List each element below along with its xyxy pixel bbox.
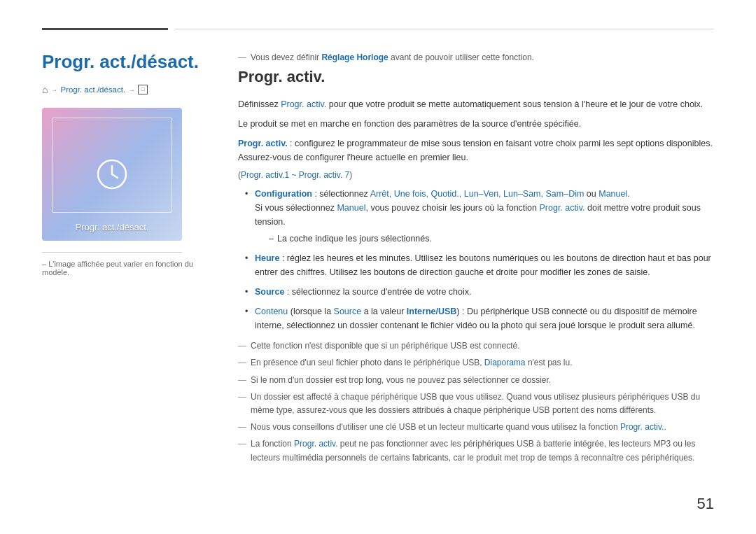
note-multi-usb: — Un dossier est affecté à chaque périph… xyxy=(238,391,714,417)
left-column: Progr. act./désact. ⌂ → Progr. act./désa… xyxy=(42,51,203,506)
top-note-dash: — xyxy=(238,51,246,64)
preview-label: Progr. act./désact. xyxy=(42,222,182,232)
right-column: — Vous devez définir Réglage Horloge ava… xyxy=(238,51,714,506)
progr-activ-highlight-2: Progr. activ. xyxy=(238,139,288,148)
note-photo-text: En présence d'un seul fichier photo dans… xyxy=(251,356,573,370)
sub-bullet-coche: La coche indique les jours sélectionnés. xyxy=(269,232,714,246)
para2: Le produit se met en marche en fonction … xyxy=(238,117,714,131)
progr-activ-ref-function: Progr. activ. xyxy=(294,439,337,449)
note-multi-dash: — xyxy=(238,391,246,404)
note-recommend-text: Nous vous conseillons d'utiliser une clé… xyxy=(251,421,666,434)
preview-image: Progr. act./désact. xyxy=(42,108,182,241)
contenu-label: Contenu xyxy=(255,307,288,316)
config-label: Configuration xyxy=(255,189,312,199)
note-usb-text: Cette fonction n'est disponible que si u… xyxy=(251,339,520,353)
heure-label: Heure xyxy=(255,253,279,263)
breadcrumb: ⌂ → Progr. act./désact. → □ xyxy=(42,84,203,95)
top-note: — Vous devez définir Réglage Horloge ava… xyxy=(238,51,714,64)
progr-activ-ref-recommend: Progr. activ. xyxy=(620,422,664,432)
bullet-contenu: Contenu (lorsque la Source a la valeur I… xyxy=(245,304,714,332)
reglage-horloge-highlight: Réglage Horloge xyxy=(321,52,388,62)
diaporama-highlight: Diaporama xyxy=(484,358,526,367)
bullet-heure: Heure : réglez les heures et les minutes… xyxy=(245,251,714,279)
content-area: Progr. act./désact. ⌂ → Progr. act./désa… xyxy=(42,51,714,506)
sub-bullet-list: La coche indique les jours sélectionnés. xyxy=(255,232,714,246)
note-usb: — Cette fonction n'est disponible que si… xyxy=(238,339,714,353)
page-number: 51 xyxy=(697,495,714,513)
page-container: Progr. act./désact. ⌂ → Progr. act./désa… xyxy=(0,0,756,534)
breadcrumb-link[interactable]: Progr. act./désact. xyxy=(60,85,125,94)
home-icon: ⌂ xyxy=(42,84,48,95)
preview-divider xyxy=(42,252,182,253)
breadcrumb-arrow2: → xyxy=(128,86,135,94)
prog-ref: (Progr. activ.1 ~ Progr. activ. 7) xyxy=(238,170,714,180)
interne-usb: Interne/USB xyxy=(407,307,457,316)
source-ref: Source xyxy=(334,307,362,316)
breadcrumb-box-icon: □ xyxy=(138,85,148,94)
bullet-configuration: Configuration : sélectionnez Arrêt, Une … xyxy=(245,187,714,246)
top-note-text: Vous devez définir Réglage Horloge avant… xyxy=(251,51,534,64)
progr-activ-ref-1: Progr. activ. xyxy=(539,203,584,213)
divider-dark xyxy=(42,28,168,30)
note-folder-dash: — xyxy=(238,374,246,387)
divider-light xyxy=(175,29,714,29)
bullet-list: Configuration : sélectionnez Arrêt, Une … xyxy=(238,187,714,332)
para1: Définissez Progr. activ. pour que votre … xyxy=(238,97,714,111)
manuel-ref: Manuel xyxy=(337,203,365,213)
page-title: Progr. act./désact. xyxy=(42,51,203,73)
breadcrumb-arrow1: → xyxy=(50,86,57,94)
image-note: L'image affichée peut varier en fonction… xyxy=(42,260,203,276)
notes-block: — Cette fonction n'est disponible que si… xyxy=(238,339,714,465)
progr-activ-highlight-1: Progr. activ. xyxy=(281,99,326,109)
top-dividers xyxy=(42,28,714,30)
section-title: Progr. activ. xyxy=(238,68,714,86)
note-function-dash: — xyxy=(238,437,246,451)
note-photo-dash: — xyxy=(238,356,246,370)
note-photo: — En présence d'un seul fichier photo da… xyxy=(238,356,714,370)
config-options: Arrêt, Une fois, Quotid., Lun–Ven, Lun–S… xyxy=(370,189,584,199)
bullet-source: Source : sélectionnez la source d'entrée… xyxy=(245,285,714,299)
para3: Progr. activ. : configurez le programmat… xyxy=(238,136,714,164)
prog-ref-link: Progr. activ.1 ~ Progr. activ. 7 xyxy=(241,170,349,180)
config-manuel: Manuel xyxy=(598,189,627,199)
note-function-text: La fonction Progr. activ. peut ne pas fo… xyxy=(251,437,714,464)
preview-inner-border xyxy=(52,118,172,213)
preview-gradient: Progr. act./désact. xyxy=(42,108,182,241)
note-usb-dash: — xyxy=(238,339,246,353)
note-function: — La fonction Progr. activ. peut ne pas … xyxy=(238,437,714,464)
source-label: Source xyxy=(255,287,284,297)
note-recommend: — Nous vous conseillons d'utiliser une c… xyxy=(238,421,714,434)
note-folder: — Si le nom d'un dossier est trop long, … xyxy=(238,374,714,387)
note-folder-text: Si le nom d'un dossier est trop long, vo… xyxy=(251,374,551,387)
note-multi-text: Un dossier est affecté à chaque périphér… xyxy=(251,391,714,417)
note-recommend-dash: — xyxy=(238,421,246,434)
